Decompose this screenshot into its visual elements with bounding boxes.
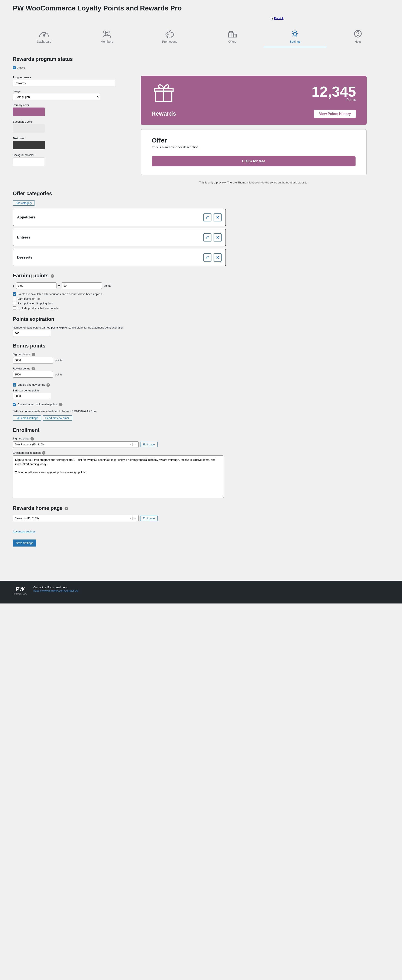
background-color-swatch[interactable] xyxy=(13,158,45,166)
add-category-button[interactable]: Add category xyxy=(13,200,35,206)
tab-settings[interactable]: Settings xyxy=(264,26,326,47)
edit-signup-page-button[interactable]: Edit page xyxy=(140,442,158,447)
signup-bonus-input[interactable] xyxy=(13,357,53,363)
svg-point-11 xyxy=(293,32,296,35)
svg-point-13 xyxy=(358,35,358,36)
active-label: Active xyxy=(17,66,25,69)
category-item[interactable]: Entrees xyxy=(13,229,226,246)
gift-icon xyxy=(151,82,175,103)
delete-category-button[interactable] xyxy=(214,253,222,261)
edit-icon xyxy=(206,256,209,259)
text-color-swatch[interactable] xyxy=(13,141,45,150)
tab-bar: Dashboard Members Promotions Offers Sett… xyxy=(13,26,389,48)
svg-point-6 xyxy=(168,34,168,35)
footer-contact-text: Contact us if you need help. xyxy=(33,586,79,589)
earning-points-input[interactable] xyxy=(62,282,102,289)
tab-members[interactable]: Members xyxy=(76,26,138,47)
primary-color-swatch[interactable] xyxy=(13,108,45,116)
birthday-points-input[interactable] xyxy=(13,393,51,399)
info-icon[interactable]: ? xyxy=(46,383,50,387)
enrollment-heading: Enrollment xyxy=(13,427,389,433)
footer-logo: PW Pimwick, LLC xyxy=(13,586,27,595)
info-icon[interactable]: ? xyxy=(59,403,62,406)
clear-icon[interactable]: × xyxy=(129,517,132,520)
preview-offer-card: Offer This is a sample offer description… xyxy=(141,129,367,175)
secondary-color-label: Secondary color xyxy=(13,120,119,123)
edit-home-page-button[interactable]: Edit page xyxy=(140,515,158,521)
clear-icon[interactable]: × xyxy=(129,443,132,446)
footer: PW Pimwick, LLC Contact us if you need h… xyxy=(0,581,402,603)
edit-icon xyxy=(206,216,209,219)
tab-dashboard[interactable]: Dashboard xyxy=(13,26,76,47)
expiration-heading: Points expiration xyxy=(13,316,389,322)
preview-points-card: 12,345 Points Rewards View Points Histor… xyxy=(141,76,367,125)
category-item[interactable]: Desserts xyxy=(13,249,226,266)
save-settings-button[interactable]: Save Settings xyxy=(13,539,36,547)
view-history-button[interactable]: View Points History xyxy=(314,110,356,118)
program-name-label: Program name xyxy=(13,76,119,79)
active-checkbox[interactable] xyxy=(13,66,16,69)
tab-help[interactable]: Help xyxy=(326,26,389,47)
tab-offers[interactable]: Offers xyxy=(201,26,264,47)
tab-promotions[interactable]: Promotions xyxy=(138,26,201,47)
edit-category-button[interactable] xyxy=(203,233,211,242)
exclude-sale-checkbox[interactable] xyxy=(13,306,16,310)
image-label: Image xyxy=(13,90,119,93)
home-page-select[interactable]: Rewards (ID: 3159) ×⌄ xyxy=(13,515,139,521)
birthday-bonus-checkbox[interactable] xyxy=(13,383,16,387)
signup-page-select[interactable]: Join Rewards (ID: 3160) ×⌄ xyxy=(13,441,139,448)
info-icon[interactable]: ? xyxy=(51,274,54,278)
footer-contact-link[interactable]: https://www.pimwick.com/contact-us/ xyxy=(33,589,79,592)
delete-category-button[interactable] xyxy=(214,213,222,221)
review-bonus-input[interactable] xyxy=(13,371,53,377)
image-select[interactable]: Gifts (Light) xyxy=(13,94,100,100)
advanced-settings-link[interactable]: Advanced settings xyxy=(13,530,35,533)
delete-category-button[interactable] xyxy=(214,233,222,242)
after-coupons-checkbox[interactable] xyxy=(13,292,16,296)
category-item[interactable]: Appetizers xyxy=(13,208,226,226)
chevron-down-icon[interactable]: ⌄ xyxy=(132,443,138,446)
info-icon[interactable]: ? xyxy=(65,507,68,510)
bonus-heading: Bonus points xyxy=(13,343,389,349)
send-preview-email-button[interactable]: Send preview email xyxy=(43,415,72,421)
pimwick-link[interactable]: Pimwick xyxy=(274,17,283,20)
tax-checkbox[interactable] xyxy=(13,297,16,301)
info-icon[interactable]: ? xyxy=(32,367,35,370)
points-suffix: points xyxy=(104,284,111,287)
checkout-cta-textarea[interactable]: Sign up for our free program and <strong… xyxy=(13,455,224,498)
category-name: Appetizers xyxy=(17,215,36,220)
earning-heading: Earning points ? xyxy=(13,273,389,278)
gear-icon xyxy=(289,29,301,38)
gauge-icon xyxy=(38,29,51,38)
category-name: Entrees xyxy=(17,235,30,240)
status-heading: Rewards program status xyxy=(13,56,389,62)
preview-offer-desc: This is a sample offer description. xyxy=(152,145,356,149)
preview-offer-title: Offer xyxy=(152,137,356,144)
birthday-schedule-text: Birthday bonus emails are scheduled to b… xyxy=(13,410,389,413)
claim-button[interactable]: Claim for free xyxy=(152,156,356,166)
edit-email-button[interactable]: Edit email settings xyxy=(13,415,41,421)
gifts-icon xyxy=(226,29,239,38)
shipping-checkbox[interactable] xyxy=(13,302,16,305)
primary-color-label: Primary color xyxy=(13,103,119,107)
chevron-down-icon[interactable]: ⌄ xyxy=(132,517,138,520)
earning-amount-input[interactable] xyxy=(16,282,57,289)
edit-category-button[interactable] xyxy=(203,213,211,221)
current-month-checkbox[interactable] xyxy=(13,403,16,406)
svg-point-5 xyxy=(166,32,174,37)
category-name: Desserts xyxy=(17,255,32,259)
secondary-color-swatch[interactable] xyxy=(13,124,45,133)
svg-point-3 xyxy=(108,31,110,33)
info-icon[interactable]: ? xyxy=(30,437,34,441)
program-name-input[interactable] xyxy=(13,80,115,86)
equals-sign: = xyxy=(58,284,60,287)
expiration-input[interactable] xyxy=(13,330,51,336)
edit-category-button[interactable] xyxy=(203,253,211,261)
page-title: PW WooCommerce Loyalty Points and Reward… xyxy=(13,4,182,12)
background-color-label: Background color xyxy=(13,153,119,157)
help-icon xyxy=(351,29,364,38)
svg-point-2 xyxy=(104,31,106,33)
byline: by Pimwick xyxy=(13,17,283,20)
info-icon[interactable]: ? xyxy=(42,451,45,455)
info-icon[interactable]: ? xyxy=(32,353,35,356)
